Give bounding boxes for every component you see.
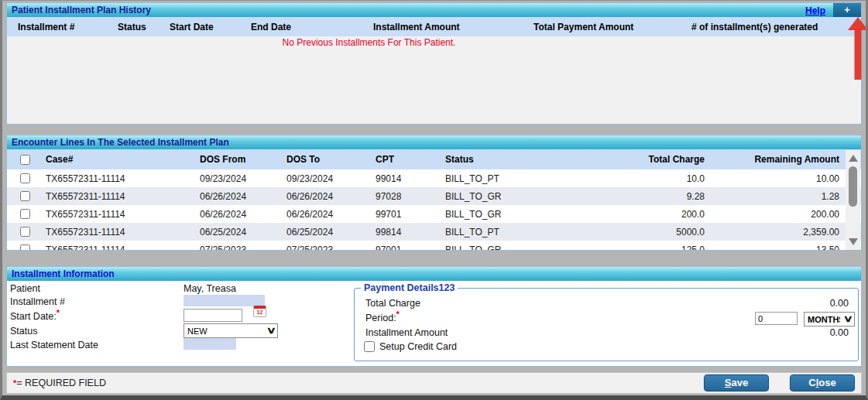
row-checkbox[interactable] xyxy=(20,173,30,183)
case-cell: TX65572311-11114 xyxy=(41,191,200,202)
history-table-header: Installment # Status Start Date End Date… xyxy=(7,17,861,36)
scroll-up-icon[interactable] xyxy=(849,155,858,162)
table-row: TX65572311-11114 07/25/2023 07/25/2023 9… xyxy=(7,241,861,251)
remaining-cell: 1.28 xyxy=(705,191,839,202)
col-status: Status xyxy=(445,154,585,165)
status-cell: BILL_TO_PT xyxy=(445,227,585,238)
remaining-cell: 10.00 xyxy=(705,173,839,184)
col-remaining-amount: Remaining Amount xyxy=(705,154,839,165)
status-select-wrap: NEW ∨ xyxy=(184,323,278,338)
encounter-table: Case# DOS From DOS To CPT Status Total C… xyxy=(7,149,861,251)
setup-credit-card-checkbox[interactable] xyxy=(364,341,375,352)
close-button[interactable]: Close xyxy=(790,374,855,391)
last-statement-field xyxy=(184,338,236,350)
col-dos-from: DOS From xyxy=(200,154,286,165)
status-cell: BILL_TO_GR xyxy=(445,209,585,220)
payment-details-title: Payment Details123 xyxy=(361,282,458,293)
col-start-date: Start Date xyxy=(170,22,251,32)
calendar-icon[interactable]: 12 xyxy=(253,306,266,317)
installment-info-panel: Installment Information Patient May, Tre… xyxy=(6,266,862,367)
dos-from-cell: 09/23/2024 xyxy=(200,173,286,184)
total-charge-value: 0.00 xyxy=(830,298,849,309)
table-row: TX65572311-11114 06/25/2024 06/25/2024 9… xyxy=(7,223,861,241)
history-title: Patient Installment Plan History xyxy=(12,5,151,15)
total-charge-cell: 10.0 xyxy=(585,173,705,184)
encounter-title: Encounter Lines In The Selected Installm… xyxy=(12,137,229,148)
case-cell: TX65572311-11114 xyxy=(41,244,200,251)
cpt-cell: 99701 xyxy=(376,209,445,220)
required-asterisk: * xyxy=(396,309,400,319)
add-installment-button[interactable]: + xyxy=(833,3,861,17)
required-asterisk: * xyxy=(57,308,60,317)
dos-to-cell: 06/25/2024 xyxy=(286,227,376,238)
start-date-input[interactable] xyxy=(184,309,242,322)
cpt-cell: 97001 xyxy=(376,244,445,251)
period-label: Period:* xyxy=(365,313,400,323)
total-charge-label: Total Charge xyxy=(365,298,420,309)
history-section-header: Patient Installment Plan History Help + xyxy=(7,3,861,17)
setup-credit-card-row: Setup Credit Card xyxy=(364,341,457,352)
col-generated-count: # of installment(s) generated xyxy=(691,22,861,32)
select-all-checkbox[interactable] xyxy=(20,155,30,165)
row-checkbox[interactable] xyxy=(20,244,30,251)
dos-to-cell: 07/25/2023 xyxy=(286,244,376,251)
status-select[interactable]: NEW xyxy=(184,323,278,338)
col-status: Status xyxy=(118,22,170,32)
total-charge-cell: 9.28 xyxy=(585,191,705,202)
last-statement-label: Last Statement Date xyxy=(10,340,98,350)
col-installment-amount: Installment Amount xyxy=(373,22,533,32)
col-dos-to: DOS To xyxy=(286,154,376,165)
col-total-charge: Total Charge xyxy=(585,154,705,165)
encounter-section-header: Encounter Lines In The Selected Installm… xyxy=(7,135,861,149)
row-checkbox[interactable] xyxy=(20,227,30,237)
scrollbar-thumb[interactable] xyxy=(849,166,857,207)
row-checkbox[interactable] xyxy=(20,191,30,201)
period-input[interactable] xyxy=(755,312,798,325)
case-cell: TX65572311-11114 xyxy=(41,173,200,184)
remaining-cell: 2,359.00 xyxy=(705,227,839,238)
status-label: Status xyxy=(10,326,37,337)
help-link[interactable]: Help xyxy=(805,4,825,18)
installment-amount-label: Installment Amount xyxy=(365,327,448,338)
row-checkbox[interactable] xyxy=(20,209,30,219)
total-charge-cell: 5000.0 xyxy=(585,227,705,238)
patient-label: Patient xyxy=(10,283,40,294)
dos-to-cell: 06/26/2024 xyxy=(286,209,376,220)
table-row: TX65572311-11114 06/26/2024 06/26/2024 9… xyxy=(7,187,861,205)
payment-details-fieldset: Payment Details123 Total Charge 0.00 Per… xyxy=(354,282,859,361)
dos-from-cell: 06/26/2024 xyxy=(200,191,286,202)
installment-plan-window: Patient Installment Plan History Help + … xyxy=(0,0,868,400)
required-field-note: * = REQUIRED FIELD xyxy=(13,378,106,388)
dos-to-cell: 06/26/2024 xyxy=(286,191,376,202)
dos-to-cell: 09/23/2024 xyxy=(286,173,376,184)
no-installments-message: No Previous Installments For This Patien… xyxy=(7,36,731,50)
cpt-cell: 97028 xyxy=(376,191,445,202)
footer-bar: * = REQUIRED FIELD Save Close xyxy=(6,372,862,394)
installment-info-title: Installment Information xyxy=(12,268,115,279)
encounter-table-header: Case# DOS From DOS To CPT Status Total C… xyxy=(7,149,861,169)
installment-info-header: Installment Information xyxy=(7,267,861,281)
save-button[interactable]: Save xyxy=(704,374,769,391)
col-total-payment-amount: Total Payment Amount xyxy=(533,22,691,32)
dos-from-cell: 06/25/2024 xyxy=(200,227,286,238)
status-cell: BILL_TO_GR xyxy=(445,244,585,251)
status-cell: BILL_TO_PT xyxy=(445,173,585,184)
encounter-lines-panel: Encounter Lines In The Selected Installm… xyxy=(6,135,862,251)
case-cell: TX65572311-11114 xyxy=(41,227,200,238)
col-cpt: CPT xyxy=(376,154,445,165)
dos-from-cell: 06/26/2024 xyxy=(200,209,286,220)
case-cell: TX65572311-11114 xyxy=(41,209,200,220)
scroll-down-icon[interactable] xyxy=(849,238,858,245)
patient-value: May, Treasa xyxy=(184,283,236,294)
remaining-cell: 13.50 xyxy=(705,244,839,251)
vertical-scrollbar[interactable] xyxy=(846,150,860,250)
col-end-date: End Date xyxy=(251,22,373,32)
col-case: Case# xyxy=(41,154,200,165)
period-unit-select[interactable]: MONTHS xyxy=(804,312,855,326)
col-installment-number: Installment # xyxy=(18,22,118,32)
status-cell: BILL_TO_GR xyxy=(445,191,585,202)
cpt-cell: 99014 xyxy=(376,173,445,184)
installment-info-body: Patient May, Treasa Installment # Start … xyxy=(7,281,861,367)
history-panel: Patient Installment Plan History Help + … xyxy=(6,2,862,125)
table-row: TX65572311-11114 09/23/2024 09/23/2024 9… xyxy=(7,169,861,187)
